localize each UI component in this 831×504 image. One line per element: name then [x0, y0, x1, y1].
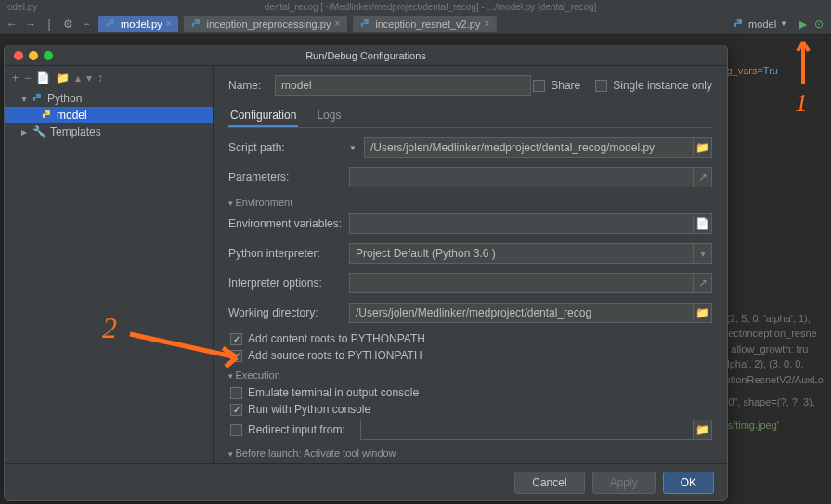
save-config-icon[interactable]: 📁 — [56, 71, 70, 84]
working-dir-label: Working directory: — [228, 306, 349, 319]
single-instance-label: Single instance only — [613, 79, 712, 92]
sep: | — [43, 18, 56, 31]
environment-section[interactable]: Environment — [228, 197, 712, 208]
interp-options-input[interactable] — [349, 273, 694, 293]
expand-field-icon[interactable]: ↗ — [694, 273, 712, 293]
parameters-input[interactable] — [349, 167, 694, 187]
tab-label: model.py — [121, 19, 162, 30]
interpreter-select[interactable] — [349, 243, 694, 264]
chevron-down-icon[interactable]: ▾ — [694, 243, 712, 264]
tree-templates-node[interactable]: ▸ 🔧 Templates — [5, 123, 213, 140]
tree-label: Templates — [50, 125, 101, 138]
move-up-icon[interactable]: ▴ — [75, 71, 81, 84]
file-label: odel.py — [7, 2, 37, 12]
execution-section[interactable]: Execution — [228, 369, 712, 381]
python-icon — [360, 19, 371, 30]
add-config-icon[interactable]: + — [12, 71, 19, 84]
edit-envvars-icon[interactable]: 📄 — [694, 213, 712, 234]
wrench-icon: 🔧 — [32, 125, 46, 138]
content-roots-label: Add content roots to PYTHONPATH — [248, 332, 425, 345]
before-launch-section[interactable]: Before launch: Activate tool window — [228, 447, 712, 459]
config-form: Name: Share Single instance only Configu… — [214, 66, 727, 463]
run-config-selector[interactable]: model ▼ — [728, 17, 793, 32]
source-roots-checkbox[interactable] — [230, 350, 242, 362]
single-instance-checkbox[interactable] — [595, 80, 607, 92]
apply-button[interactable]: Apply — [592, 472, 656, 494]
parameters-label: Parameters: — [228, 171, 349, 184]
dialog-footer: Cancel Apply OK — [5, 463, 727, 500]
ide-titlebar: odel.py dental_recog [~/Medlinker/medpro… — [0, 0, 831, 13]
debug-button[interactable]: ⊙ — [812, 18, 825, 31]
remove-config-icon[interactable]: − — [24, 71, 31, 84]
interpreter-label: Python interpreter: — [228, 247, 349, 260]
svg-point-0 — [110, 19, 110, 20]
minus-icon[interactable]: − — [80, 18, 93, 31]
ide-toolbar: ← → | ⚙ − model.py × inception_preproces… — [0, 13, 831, 35]
python-console-label: Run with Python console — [248, 403, 370, 416]
tree-label: model — [57, 109, 87, 122]
tab-label: inception_preprocessing.py — [206, 19, 331, 30]
redirect-input-field — [360, 420, 694, 440]
cancel-button[interactable]: Cancel — [514, 472, 584, 494]
editor-tab-model[interactable]: model.py × — [98, 16, 178, 32]
expand-icon[interactable]: ▸ — [21, 125, 29, 138]
tree-model-config[interactable]: model — [5, 107, 213, 123]
expand-field-icon[interactable]: ↗ — [694, 167, 712, 187]
dialog-title: Run/Debug Configurations — [5, 50, 727, 61]
tab-label: inception_resnet_v2.py — [375, 19, 480, 30]
tree-python-node[interactable]: ▾ Python — [5, 90, 213, 107]
content-roots-checkbox[interactable] — [230, 333, 242, 345]
chevron-down-icon: ▼ — [780, 19, 787, 28]
python-icon — [734, 19, 745, 30]
share-checkbox[interactable] — [533, 80, 545, 92]
back-icon[interactable]: ← — [6, 18, 19, 31]
python-console-checkbox[interactable] — [230, 404, 242, 416]
settings-icon[interactable]: ⚙ — [61, 18, 74, 31]
forward-icon[interactable]: → — [24, 18, 37, 31]
run-button[interactable]: ▶ — [799, 18, 807, 31]
run-config-label: model — [748, 19, 776, 30]
script-path-label: Script path: — [228, 141, 349, 154]
tab-configuration[interactable]: Configuration — [228, 105, 298, 127]
editor-tab-preprocessing[interactable]: inception_preprocessing.py × — [184, 16, 347, 32]
source-roots-label: Add source roots to PYTHONPATH — [248, 349, 422, 362]
redirect-input-checkbox[interactable] — [230, 424, 242, 436]
emulate-terminal-label: Emulate terminal in output console — [248, 386, 419, 399]
name-input[interactable] — [275, 75, 531, 96]
ok-button[interactable]: OK — [663, 472, 714, 494]
env-vars-input[interactable] — [349, 213, 694, 234]
move-down-icon[interactable]: ▾ — [86, 71, 92, 84]
copy-config-icon[interactable]: 📄 — [36, 71, 50, 84]
close-icon[interactable]: × — [334, 19, 340, 29]
tab-logs[interactable]: Logs — [315, 105, 343, 127]
python-icon — [32, 93, 44, 104]
expand-icon[interactable]: ▾ — [21, 92, 29, 105]
python-icon — [42, 110, 53, 121]
script-path-input[interactable] — [364, 137, 694, 158]
run-debug-config-dialog: Run/Debug Configurations + − 📄 📁 ▴ ▾ ↕ ▾… — [4, 45, 728, 501]
project-path: dental_recog [~/Medlinker/medproject/den… — [37, 2, 824, 12]
interp-options-label: Interpreter options: — [228, 277, 349, 290]
close-icon[interactable]: × — [484, 19, 489, 29]
config-tree-panel: + − 📄 📁 ▴ ▾ ↕ ▾ Python model ▸ 🔧 Templat… — [5, 66, 214, 463]
browse-folder-icon[interactable]: 📁 — [694, 420, 712, 440]
close-icon[interactable]: × — [166, 19, 172, 29]
redirect-input-label: Redirect input from: — [248, 423, 355, 436]
python-icon — [106, 19, 117, 30]
python-icon — [191, 19, 202, 30]
working-dir-input[interactable] — [349, 303, 694, 323]
editor-tab-resnet[interactable]: inception_resnet_v2.py × — [353, 16, 497, 32]
sort-icon[interactable]: ↕ — [97, 71, 103, 84]
browse-folder-icon[interactable]: 📁 — [694, 137, 712, 158]
share-label: Share — [551, 79, 580, 92]
chevron-down-icon[interactable]: ▼ — [349, 144, 357, 152]
tree-label: Python — [47, 92, 82, 105]
env-vars-label: Environment variables: — [228, 217, 349, 230]
dialog-titlebar[interactable]: Run/Debug Configurations — [5, 45, 727, 66]
emulate-terminal-checkbox[interactable] — [230, 387, 242, 399]
browse-folder-icon[interactable]: 📁 — [694, 303, 712, 323]
name-label: Name: — [228, 79, 275, 92]
